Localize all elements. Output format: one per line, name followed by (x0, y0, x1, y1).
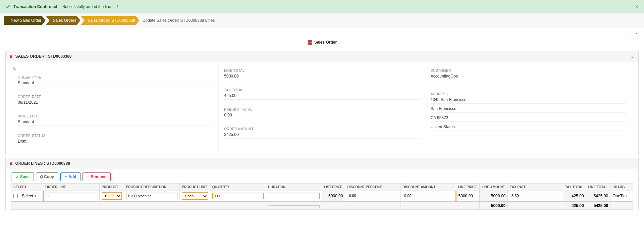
save-icon: ✓ (15, 174, 19, 179)
order-status-label: ORDER STATUS (18, 134, 213, 138)
order-status-group: ORDER STATUS Draft (12, 131, 218, 151)
fields-grid: ✎ ORDER TYPE Standard ORDER DATE 08/11/2… (6, 62, 638, 155)
panel-chevron-icon[interactable]: ⌄ (630, 54, 634, 59)
line-total-group: LINE TOTAL 5000.00 (219, 66, 425, 86)
sales-order-panel-header: ■ SALES ORDER : STD0000388 ⌄ (6, 51, 638, 62)
row-checkbox[interactable] (13, 194, 18, 198)
col-list-price: LIST PRICE (322, 184, 345, 191)
col-order-line: ORDER LINE (43, 184, 100, 191)
cell-list-price: 5000.00 (322, 191, 345, 202)
page-header: ... (0, 28, 644, 36)
summary-spacer-4 (400, 201, 456, 210)
summary-spacer-6 (508, 201, 563, 210)
customer-label: CUSTOMER (431, 69, 626, 72)
cell-charge: OneTim... (610, 191, 633, 202)
cell-duration (266, 191, 322, 202)
cell-tax-rate (508, 191, 563, 202)
summary-action-button[interactable] (268, 205, 320, 208)
copy-label: Copy (44, 174, 54, 179)
order-amount-group: ORDER AMOUNT $425.00 (219, 124, 425, 144)
col-select: SELECT (11, 184, 43, 191)
col-line-price: LINE PRICE (456, 184, 480, 191)
summary-spacer-7 (610, 201, 633, 210)
copy-button[interactable]: ⎙ Copy (36, 172, 58, 181)
order-type-group: ORDER TYPE Standard (12, 73, 218, 92)
order-date-group: ORDER DATE 08/11/2021 (12, 92, 218, 112)
cell-discount-amount (400, 191, 456, 202)
tax-rate-input[interactable] (510, 193, 561, 199)
sales-order-title-text: Sales Order (314, 40, 337, 45)
edit-icon[interactable]: ✎ (12, 66, 16, 71)
col-duration: DURATION (266, 184, 322, 191)
select-label: Select (22, 194, 33, 198)
freight-total-value: 0.00 (224, 113, 419, 119)
copy-icon: ⎙ (40, 174, 43, 179)
breadcrumb-sales-orders[interactable]: Sales Orders (46, 16, 80, 25)
order-type-label: ORDER TYPE (18, 75, 213, 79)
product-select[interactable]: B200 (102, 192, 122, 200)
add-button[interactable]: + Add (60, 172, 80, 181)
table-header-row: SELECT ORDER LINE PRODUCT PRODUCT DESCRI… (11, 184, 633, 191)
col-line-total: LINE TOTAL (586, 184, 610, 191)
tax-total-value: 425.00 (224, 93, 419, 100)
banner-message: ✔ Transaction Confirmed ! Successfully a… (6, 3, 118, 10)
cell-product-description (124, 191, 180, 202)
order-line-input[interactable] (46, 193, 97, 199)
breadcrumb-label-1: New Sales Order (11, 18, 41, 23)
address-label: ADDRESS (431, 92, 626, 96)
col-product-unit: PRODUCT UNIT (180, 184, 210, 191)
summary-tax-total: 425.00 (563, 201, 586, 210)
transaction-banner: ✔ Transaction Confirmed ! Successfully a… (0, 0, 644, 13)
check-icon: ✔ (6, 3, 11, 10)
address-line2: San Francisco (431, 106, 626, 113)
freight-total-label: FREIGHT TOTAL (224, 108, 419, 111)
breadcrumb-new-sales-order[interactable]: New Sales Order (4, 16, 45, 25)
panel-header-left: ■ SALES ORDER : STD0000388 (10, 54, 72, 59)
order-date-value: 08/11/2021 (18, 100, 213, 106)
summary-line-total: 5425.00 (586, 201, 610, 210)
price-list-label: PRICE LIST (18, 114, 213, 118)
discount-percent-input[interactable] (347, 193, 398, 199)
select-arrow-icon: ▼ (34, 194, 37, 198)
summary-spacer-3 (345, 201, 400, 210)
remove-button[interactable]: − Remove (83, 172, 111, 181)
line-price-value: 5000.00 (459, 194, 473, 198)
breadcrumb-sales-order-id[interactable]: Sales Order: STD0000388 (81, 16, 139, 25)
order-lines-table: SELECT ORDER LINE PRODUCT PRODUCT DESCRI… (11, 183, 633, 210)
quantity-input[interactable] (212, 193, 264, 199)
save-button[interactable]: ✓ Save (11, 172, 34, 181)
table-row: Select ▼ B200 (11, 191, 633, 202)
three-dots-menu[interactable]: ... (634, 29, 639, 35)
price-list-group: PRICE LIST Standard (12, 112, 218, 131)
close-icon[interactable]: × (635, 4, 638, 10)
select-dropdown-button[interactable]: Select ▼ (19, 193, 40, 199)
order-lines-panel-header: ■ ORDER LINES : STD0000388 (6, 158, 638, 169)
order-lines-red-icon: ■ (10, 161, 12, 166)
cell-line-total: 5425.00 (586, 191, 610, 202)
cell-tax-total: 425.00 (563, 191, 586, 202)
cell-line-price: 5000.00 (456, 191, 480, 202)
col-discount-percent: DISCOUNT PERCENT (345, 184, 400, 191)
order-amount-label: ORDER AMOUNT (224, 127, 419, 131)
order-lines-title: ORDER LINES : STD0000388 (15, 161, 70, 166)
product-unit-select[interactable]: Each (182, 192, 208, 200)
summary-line-amount: 5000.00 (480, 201, 508, 210)
sales-order-panel-title: SALES ORDER : STD0000388 (15, 54, 71, 59)
remove-label: Remove (91, 174, 106, 179)
sales-order-panel: ■ SALES ORDER : STD0000388 ⌄ ✎ ORDER TYP… (5, 51, 639, 155)
freight-total-group: FREIGHT TOTAL 0.00 (219, 105, 425, 124)
address-group: ADDRESS 1345 San Francisco San Francisco… (425, 90, 632, 136)
panel-red-icon: ■ (10, 54, 12, 59)
address-line1: 1345 San Francisco (431, 97, 626, 104)
product-description-input[interactable] (126, 193, 178, 199)
summary-spacer-5 (456, 201, 480, 210)
summary-row: 5000.00 425.00 5425.00 (11, 201, 633, 210)
duration-input[interactable] (268, 193, 320, 199)
cell-discount-percent (345, 191, 400, 202)
order-lines-panel: ■ ORDER LINES : STD0000388 ✓ Save ⎙ Copy… (5, 158, 639, 210)
breadcrumb: New Sales Order Sales Orders Sales Order… (0, 13, 644, 28)
discount-amount-input[interactable] (402, 193, 453, 199)
cell-product-unit: Each (180, 191, 210, 202)
banner-text: Successfully added the line ! ! ! (62, 4, 118, 9)
order-type-value: Standard (18, 81, 213, 87)
